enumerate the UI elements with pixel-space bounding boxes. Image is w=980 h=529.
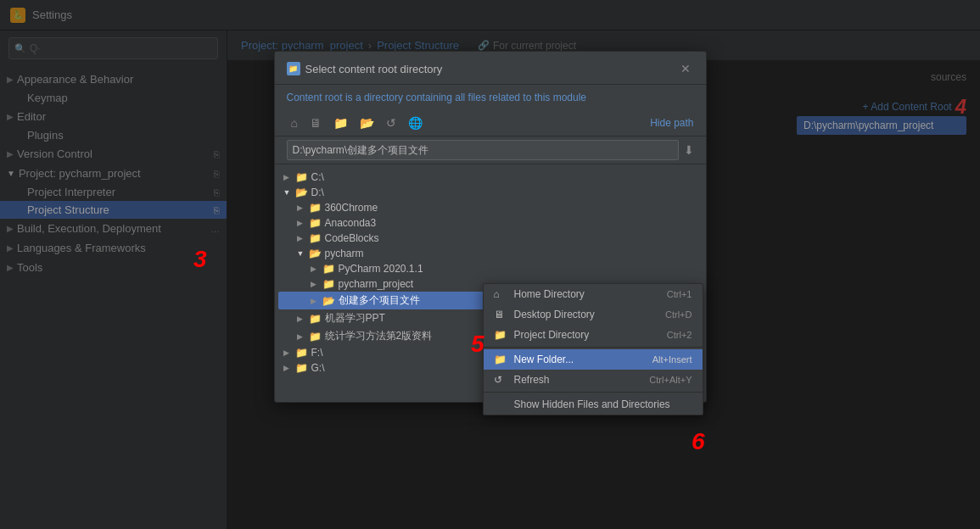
context-menu-item-new-folder[interactable]: 📁New Folder...Alt+Insert	[484, 349, 703, 370]
expand-arrow-stats-methods[interactable]: ▶	[297, 332, 309, 341]
tree-item-codeblocks[interactable]: ▶📁CodeBlocks	[278, 231, 703, 246]
folder-icon-d-drive: 📂	[295, 187, 308, 198]
ctx-label-new-folder: New Folder...	[514, 354, 646, 365]
folder-icon-anaconda3: 📁	[309, 217, 322, 229]
ctx-label-refresh: Refresh	[514, 374, 643, 386]
subtitle-pre: Content root is a	[287, 92, 364, 103]
ctx-shortcut-desktop-dir: Ctrl+D	[665, 309, 692, 320]
toolbar-refresh-btn[interactable]: ↺	[382, 114, 400, 132]
ctx-shortcut-home-dir: Ctrl+1	[667, 289, 692, 299]
dialog-subtitle: Content root is a directory containing a…	[275, 85, 706, 110]
tree-item-anaconda3[interactable]: ▶📁Anaconda3	[278, 215, 703, 231]
expand-arrow-anaconda3[interactable]: ▶	[297, 219, 309, 227]
dialog-toolbar: ⌂ 🖥 📁 📂 ↺ 🌐 Hide path	[275, 110, 706, 136]
ctx-shortcut-project-dir: Ctrl+2	[667, 330, 692, 340]
tree-item-360chrome[interactable]: ▶📁360Chrome	[278, 200, 703, 215]
annotation-6: 6	[692, 428, 705, 455]
ctx-icon-desktop-dir: 🖥	[494, 309, 507, 320]
tree-label-anaconda3: Anaconda3	[325, 217, 697, 229]
expand-arrow-g-drive[interactable]: ▶	[283, 364, 295, 372]
context-menu-item-show-hidden[interactable]: Show Hidden Files and Directories	[484, 394, 703, 415]
toolbar-home-btn[interactable]: ⌂	[287, 114, 302, 132]
tree-item-pycharm2020[interactable]: ▶📁PyCharm 2020.1.1	[278, 261, 703, 276]
dialog-path-row: ⬇	[275, 136, 706, 164]
tree-area: ▶📁C:\▼📂D:\▶📁360Chrome▶📁Anaconda3▶📁CodeBl…	[275, 164, 706, 402]
context-menu-item-refresh[interactable]: ↺RefreshCtrl+Alt+Y	[484, 370, 703, 390]
expand-arrow-pycharm-project[interactable]: ▶	[311, 280, 322, 288]
toolbar-folder-btn[interactable]: 📁	[329, 114, 352, 132]
context-menu-item-project-dir[interactable]: 📁Project DirectoryCtrl+2	[484, 325, 703, 345]
expand-arrow-codeblocks[interactable]: ▶	[297, 234, 309, 242]
dialog-title-text: Select content root directory	[305, 63, 443, 75]
toolbar-new-folder-btn[interactable]: 📂	[356, 114, 378, 132]
ctx-icon-new-folder: 📁	[494, 354, 507, 365]
ctx-icon-home-dir: ⌂	[494, 288, 507, 300]
folder-icon-create-multi: 📂	[322, 295, 335, 307]
expand-arrow-f-drive[interactable]: ▶	[283, 348, 295, 357]
context-menu-divider-2	[484, 392, 703, 393]
dialog-header: 📁 Select content root directory ✕	[275, 52, 706, 85]
tree-label-pycharm: pycharm	[325, 248, 697, 259]
ctx-shortcut-refresh: Ctrl+Alt+Y	[649, 375, 692, 385]
file-browser-dialog: 📁 Select content root directory ✕ Conten…	[274, 51, 707, 403]
folder-icon-stats-methods: 📁	[309, 331, 322, 342]
tree-label-c-drive: C:\	[311, 171, 697, 183]
tree-label-pycharm2020: PyCharm 2020.1.1	[339, 263, 697, 275]
folder-icon-c-drive: 📁	[295, 171, 308, 183]
tree-item-pycharm[interactable]: ▼📂pycharm	[278, 246, 703, 261]
dialog-icon: 📁	[287, 62, 300, 75]
expand-arrow-machine-learning[interactable]: ▶	[297, 315, 309, 323]
dialog-close-button[interactable]: ✕	[677, 60, 694, 77]
hide-path-button[interactable]: Hide path	[650, 117, 693, 129]
ctx-label-show-hidden: Show Hidden Files and Directories	[514, 398, 686, 410]
expand-arrow-d-drive[interactable]: ▼	[283, 188, 295, 197]
content-area: Project: pycharm_project › Project Struc…	[227, 31, 980, 529]
folder-icon-pycharm2020: 📁	[322, 263, 335, 275]
ctx-label-project-dir: Project Directory	[514, 329, 660, 341]
context-menu-divider-1	[484, 347, 703, 348]
tree-item-d-drive[interactable]: ▼📂D:\	[278, 185, 703, 200]
context-menu-item-home-dir[interactable]: ⌂Home DirectoryCtrl+1	[484, 284, 703, 304]
ctx-icon-project-dir: 📁	[494, 329, 507, 341]
tree-item-c-drive[interactable]: ▶📁C:\	[278, 170, 703, 185]
folder-icon-f-drive: 📁	[295, 347, 308, 359]
tree-label-codeblocks: CodeBlocks	[325, 232, 697, 244]
tree-label-360chrome: 360Chrome	[325, 202, 697, 214]
folder-icon-pycharm-project: 📁	[322, 278, 335, 290]
ctx-label-desktop-dir: Desktop Directory	[514, 309, 659, 320]
context-menu-item-desktop-dir[interactable]: 🖥Desktop DirectoryCtrl+D	[484, 304, 703, 325]
folder-icon-pycharm: 📂	[309, 248, 322, 259]
expand-arrow-360chrome[interactable]: ▶	[297, 203, 309, 212]
context-menu: ⌂Home DirectoryCtrl+1🖥Desktop DirectoryC…	[483, 283, 703, 415]
toolbar-desktop-btn[interactable]: 🖥	[305, 114, 326, 132]
folder-icon-codeblocks: 📁	[309, 232, 322, 244]
tree-label-d-drive: D:\	[311, 187, 697, 198]
toolbar-network-btn[interactable]: 🌐	[404, 114, 427, 132]
ctx-icon-refresh: ↺	[494, 374, 507, 386]
folder-icon-machine-learning: 📁	[309, 313, 322, 325]
ctx-label-home-dir: Home Directory	[514, 288, 660, 300]
folder-icon-360chrome: 📁	[309, 202, 322, 214]
dialog-title-row: 📁 Select content root directory	[287, 62, 443, 75]
folder-icon-g-drive: 📁	[295, 362, 308, 374]
expand-arrow-pycharm2020[interactable]: ▶	[311, 264, 322, 273]
dialog-overlay: 📁 Select content root directory ✕ Conten…	[0, 0, 980, 529]
expand-arrow-pycharm[interactable]: ▼	[297, 249, 309, 258]
path-input[interactable]	[287, 140, 679, 160]
expand-arrow-create-multi[interactable]: ▶	[311, 297, 322, 305]
main-layout: 🔍 ▶ Appearance & Behavior Keymap ▶ Edito…	[0, 31, 980, 529]
download-icon[interactable]: ⬇	[684, 143, 694, 157]
expand-arrow-c-drive[interactable]: ▶	[283, 173, 295, 181]
ctx-shortcut-new-folder: Alt+Insert	[652, 354, 692, 365]
subtitle-highlight: directory containing all files related t…	[364, 92, 586, 103]
